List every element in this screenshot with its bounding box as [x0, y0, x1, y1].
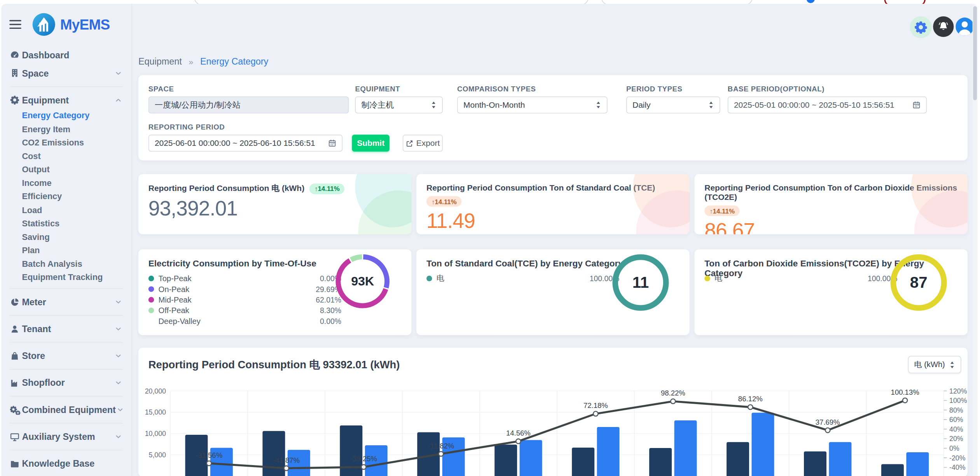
- export-button[interactable]: Export: [403, 135, 443, 151]
- chart-title: Reporting Period Consumption 电 93392.01 …: [148, 358, 400, 372]
- settings-gear-icon[interactable]: [910, 16, 932, 38]
- sidebar-subitem-load[interactable]: Load: [1, 203, 131, 217]
- svg-text:20,000: 20,000: [145, 387, 166, 395]
- sidebar-item-label: Store: [22, 351, 114, 361]
- svg-text:15,000: 15,000: [145, 408, 166, 416]
- sidebar-item-label: Meter: [22, 297, 114, 307]
- chevron-down-icon: [116, 405, 125, 414]
- legend-dot: [426, 276, 432, 281]
- submit-button[interactable]: Submit: [352, 135, 390, 151]
- sidebar-subitem-efficiency[interactable]: Efficiency: [1, 190, 131, 203]
- donut-chart[interactable]: 87: [886, 250, 951, 315]
- sidebar-subitem-label: Output: [22, 165, 49, 174]
- legend-dot: [148, 276, 154, 281]
- sidebar-item-knowledge-base[interactable]: Knowledge Base: [1, 455, 131, 473]
- legend-label: Mid-Peak: [159, 296, 316, 304]
- space-label: SPACE: [148, 85, 174, 93]
- svg-text:100.13%: 100.13%: [891, 388, 919, 396]
- equipment-select[interactable]: 制冷主机: [355, 96, 443, 113]
- calendar-icon: [328, 139, 336, 147]
- breadcrumb-parent[interactable]: Equipment: [138, 56, 182, 66]
- sidebar-item-meter[interactable]: Meter: [1, 293, 131, 311]
- sidebar-subitem-label: Load: [22, 205, 42, 215]
- sidebar-divider: [1, 82, 131, 91]
- notifications-bell-icon[interactable]: [933, 16, 954, 37]
- sidebar-subitem-energy-item[interactable]: Energy Item: [1, 122, 131, 136]
- space-input[interactable]: 一度城/公用动力/制冷站: [148, 96, 349, 113]
- legend-item-[interactable]: 电100.00%: [704, 273, 897, 284]
- sidebar-subitem-income[interactable]: Income: [1, 176, 131, 190]
- sidebar-divider: [1, 419, 131, 428]
- sidebar-item-space[interactable]: Space: [1, 64, 131, 82]
- legend-item-off-peak[interactable]: Off-Peak8.30%: [148, 305, 341, 316]
- sidebar-subitem-energy-category[interactable]: Energy Category: [1, 109, 131, 122]
- user-avatar[interactable]: [956, 18, 974, 36]
- comparison-types-select[interactable]: Month-On-Month: [457, 96, 608, 113]
- kpi-card-tce: Reporting Period Consumption Ton of Stan…: [416, 174, 689, 234]
- reporting-period-input[interactable]: 2025-06-01 00:00:00 ~ 2025-06-10 15:56:5…: [148, 135, 342, 151]
- comparison-types-label: COMPARISON TYPES: [457, 85, 536, 93]
- sidebar-subitem-label: Energy Item: [22, 124, 70, 134]
- chevron-down-icon: [114, 68, 123, 77]
- sidebar-item-combined-equipment[interactable]: Combined Equipment: [1, 401, 131, 419]
- donut-center-value: 87: [910, 274, 928, 291]
- legend-item-mid-peak[interactable]: Mid-Peak62.01%: [148, 294, 341, 305]
- svg-text:98.22%: 98.22%: [661, 389, 685, 397]
- donut-chart[interactable]: 93K: [330, 249, 395, 314]
- sidebar-divider: [1, 311, 131, 320]
- sidebar-subitem-label: Cost: [22, 151, 40, 161]
- sidebar-item-dashboard[interactable]: Dashboard: [1, 46, 131, 64]
- select-arrows-icon: [431, 101, 436, 109]
- sidebar-item-label: Knowledge Base: [22, 458, 122, 469]
- sidebar-item-store[interactable]: Store: [1, 347, 131, 365]
- sidebar-subitem-statistics[interactable]: Statistics: [1, 217, 131, 230]
- pie-icon: [10, 297, 22, 306]
- sidebar-item-shopfloor[interactable]: Shopfloor: [1, 374, 131, 392]
- kpi-title: Reporting Period Consumption 电 (kWh): [148, 183, 304, 194]
- sidebar-subitem-cost[interactable]: Cost: [1, 149, 131, 163]
- kpi-card-tco2e: Reporting Period Consumption Ton of Carb…: [694, 174, 967, 234]
- kpi-trend-badge: ↑14.11%: [309, 183, 345, 194]
- period-types-select[interactable]: Daily: [626, 96, 720, 113]
- legend-item-deep-valley[interactable]: Deep-Valley0.00%: [148, 316, 341, 326]
- folder-icon: [10, 459, 22, 468]
- base-period-input[interactable]: 2025-05-01 00:00:00 ~ 2025-05-10 15:56:5…: [728, 96, 927, 113]
- chart-unit-select[interactable]: 电 (kWh): [908, 356, 961, 373]
- period-types-label: PERIOD TYPES: [626, 85, 683, 93]
- sidebar-subitem-equipment-tracking[interactable]: Equipment Tracking: [1, 271, 131, 284]
- svg-text:80%: 80%: [949, 406, 963, 414]
- svg-text:100%: 100%: [949, 397, 967, 404]
- svg-text:-39.25%: -39.25%: [350, 455, 377, 463]
- sidebar-item-equipment[interactable]: Equipment: [1, 91, 131, 109]
- legend-label: On-Peak: [159, 285, 316, 294]
- person-icon: [10, 324, 22, 334]
- chevron-down-icon: [114, 378, 123, 387]
- legend-dot: [148, 308, 154, 313]
- svg-text:-41.87%: -41.87%: [273, 456, 300, 464]
- donut-chart[interactable]: 11: [608, 250, 673, 315]
- sidebar-item-tenant[interactable]: Tenant: [1, 320, 131, 338]
- chevron-down-icon: [114, 298, 123, 306]
- legend-item-[interactable]: 电100.00%: [426, 273, 619, 284]
- sidebar-divider: [1, 392, 131, 401]
- sidebar-subitem-co2-emissions[interactable]: CO2 Emissions: [1, 136, 131, 150]
- sidebar-divider: [1, 365, 131, 374]
- bar-line-chart[interactable]: 20,00015,00010,0005,000120%100%80%60%40%…: [138, 378, 968, 476]
- reporting-period-label: REPORTING PERIOD: [148, 123, 225, 131]
- sidebar-subitem-output[interactable]: Output: [1, 163, 131, 177]
- sidebar-item-auxiliary-system[interactable]: Auxiliary System: [1, 427, 131, 446]
- sidebar-item-label: Combined Equipment: [22, 405, 115, 415]
- sidebar-subitem-batch-analysis[interactable]: Batch Analysis: [1, 257, 131, 271]
- legend-dot: [704, 276, 710, 281]
- sidebar-subitem-saving[interactable]: Saving: [1, 230, 131, 244]
- svg-text:14.56%: 14.56%: [506, 429, 531, 437]
- chevron-down-icon: [114, 324, 123, 333]
- select-arrows-icon: [596, 101, 601, 109]
- select-arrows-icon: [708, 101, 714, 109]
- vertical-scrollbar[interactable]: [973, 4, 978, 476]
- sidebar-subitem-plan[interactable]: Plan: [1, 244, 131, 257]
- chevron-down-icon: [114, 352, 123, 360]
- legend-item-on-peak[interactable]: On-Peak29.69%: [148, 284, 341, 294]
- legend-item-top-peak[interactable]: Top-Peak0.00%: [148, 273, 341, 284]
- sidebar-item-label: Space: [22, 68, 114, 78]
